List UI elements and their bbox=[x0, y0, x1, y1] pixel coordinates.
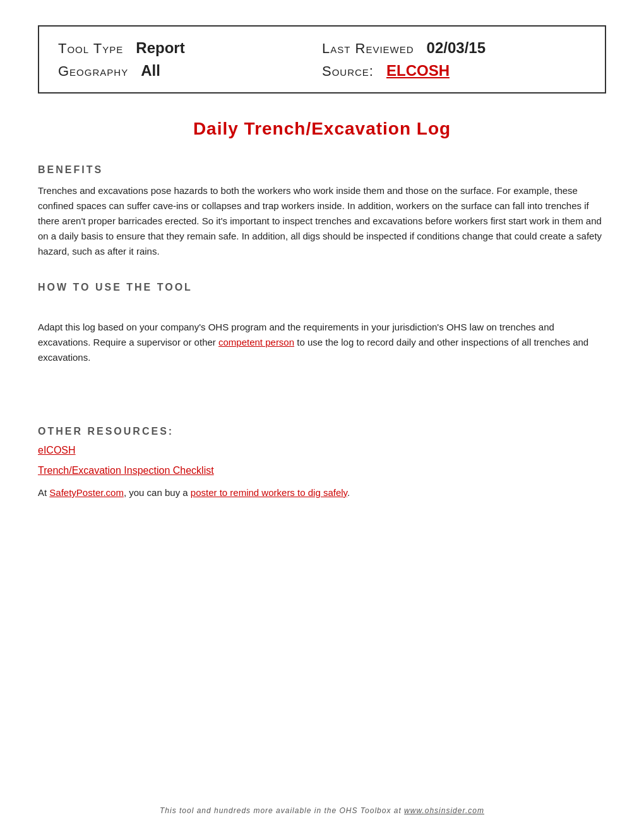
tool-type-label: Tool Type bbox=[58, 40, 123, 57]
safetyposter-line: At SafetyPoster.com, you can buy a poste… bbox=[38, 485, 606, 500]
benefits-body: Trenches and excavations pose hazards to… bbox=[38, 183, 606, 259]
safetyposter-link[interactable]: SafetyPoster.com bbox=[49, 487, 124, 498]
section-benefits: Benefits Trenches and excavations pose h… bbox=[38, 164, 606, 259]
competent-person-link[interactable]: competent person bbox=[218, 337, 294, 348]
poster-link[interactable]: poster to remind workers to dig safely bbox=[191, 487, 347, 498]
source-label: Source: bbox=[322, 63, 374, 80]
other-resources-heading: Other Resources: bbox=[38, 426, 606, 437]
header-row-1-right: Last Reviewed 02/03/15 bbox=[322, 39, 586, 57]
last-reviewed-label: Last Reviewed bbox=[322, 40, 414, 57]
safetyposter-post: . bbox=[347, 487, 350, 498]
section-other-resources: Other Resources: eICOSH Trench/Excavatio… bbox=[38, 426, 606, 500]
elcosh-link[interactable]: eICOSH bbox=[38, 445, 76, 456]
header-row-2-left: Geography All bbox=[58, 62, 322, 80]
header-row-1-left: Tool Type Report bbox=[58, 39, 322, 57]
safetyposter-pre: At bbox=[38, 487, 49, 498]
how-to-use-heading: How to Use the Tool bbox=[38, 282, 606, 293]
source-value[interactable]: ELCOSH bbox=[386, 62, 450, 80]
page-title: Daily Trench/Excavation Log bbox=[38, 119, 606, 139]
last-reviewed-value: 02/03/15 bbox=[427, 39, 486, 57]
tool-type-value: Report bbox=[136, 39, 184, 57]
footer-text-pre: This tool and hundreds more available in… bbox=[160, 806, 404, 815]
geography-label: Geography bbox=[58, 63, 128, 80]
safetyposter-mid: , you can buy a bbox=[124, 487, 191, 498]
how-to-use-body: Adapt this log based on your company's O… bbox=[38, 320, 606, 365]
section-how-to-use: How to Use the Tool Adapt this log based… bbox=[38, 282, 606, 365]
geography-value: All bbox=[141, 62, 160, 80]
footer-link[interactable]: www.ohsinsider.com bbox=[404, 806, 484, 815]
header-box: Tool Type Report Last Reviewed 02/03/15 … bbox=[38, 25, 606, 94]
trench-checklist-link[interactable]: Trench/Excavation Inspection Checklist bbox=[38, 465, 214, 476]
benefits-heading: Benefits bbox=[38, 164, 606, 176]
footer: This tool and hundreds more available in… bbox=[0, 806, 644, 815]
header-row-2-right: Source: ELCOSH bbox=[322, 62, 586, 80]
